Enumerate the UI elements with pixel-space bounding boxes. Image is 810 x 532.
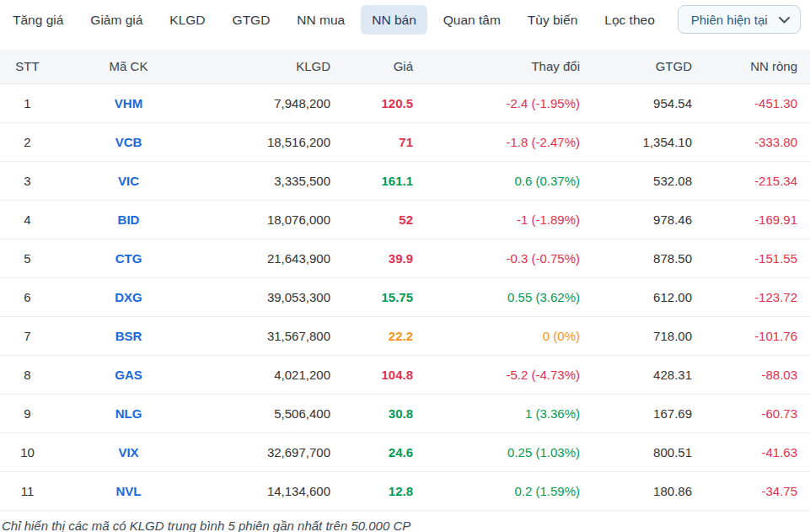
trade-value-cell: 878.50 xyxy=(580,239,692,277)
ticker-symbol-link[interactable]: CTG xyxy=(55,239,202,277)
price-cell: 104.8 xyxy=(330,355,413,394)
row-index-cell: 4 xyxy=(0,200,55,239)
row-index-cell: 10 xyxy=(0,433,55,471)
change-cell: 0.6 (0.37%) xyxy=(413,161,580,200)
table-row: 7 BSR 31,567,800 22.2 0 (0%) 718.00 -101… xyxy=(0,316,810,355)
volume-cell: 5,506,400 xyxy=(202,394,330,433)
row-spacer xyxy=(797,394,810,433)
row-spacer xyxy=(797,83,810,122)
ticker-symbol-link[interactable]: VIC xyxy=(55,161,202,200)
ticker-symbol-link[interactable]: DXG xyxy=(55,277,202,316)
row-index-cell: 7 xyxy=(0,316,55,355)
net-foreign-cell: -41.63 xyxy=(692,433,797,471)
trade-value-cell: 532.08 xyxy=(580,161,692,200)
trade-value-cell: 612.00 xyxy=(580,277,692,316)
tab-tang-gia[interactable]: Tăng giá xyxy=(2,5,74,35)
price-cell: 120.5 xyxy=(330,83,413,122)
tab-giam-gia[interactable]: Giảm giá xyxy=(79,5,153,35)
table-row: 2 VCB 18,516,200 71 -1.8 (-2.47%) 1,354.… xyxy=(0,122,810,161)
table-row: 11 NVL 14,134,600 12.8 0.2 (1.59%) 180.8… xyxy=(0,471,810,510)
trade-value-cell: 718.00 xyxy=(580,316,692,355)
net-foreign-cell: -123.72 xyxy=(692,277,797,316)
price-cell: 39.9 xyxy=(330,239,413,277)
ticker-symbol-link[interactable]: NVL xyxy=(55,471,202,510)
row-spacer xyxy=(797,200,810,239)
table-row: 5 CTG 21,643,900 39.9 -0.3 (-0.75%) 878.… xyxy=(0,239,810,277)
row-spacer xyxy=(797,161,810,200)
table-row: 10 VIX 32,697,700 24.6 0.25 (1.03%) 800.… xyxy=(0,433,810,471)
trade-value-cell: 167.69 xyxy=(580,394,692,433)
tab-quan-tam[interactable]: Quan tâm xyxy=(432,5,512,35)
trade-value-cell: 1,354.10 xyxy=(580,122,692,161)
ticker-symbol-link[interactable]: VIX xyxy=(55,433,202,471)
stock-screener-panel: Tăng giá Giảm giá KLGD GTGD NN mua NN bá… xyxy=(0,0,810,532)
change-cell: 0.2 (1.59%) xyxy=(413,471,580,510)
row-index-cell: 8 xyxy=(0,355,55,394)
session-filter-value: Phiên hiện tại xyxy=(691,13,768,27)
tab-nn-ban[interactable]: NN bán xyxy=(361,5,427,35)
tab-nn-mua[interactable]: NN mua xyxy=(286,5,356,35)
tab-bar: Tăng giá Giảm giá KLGD GTGD NN mua NN bá… xyxy=(0,0,810,50)
volume-cell: 21,643,900 xyxy=(202,239,330,277)
row-spacer xyxy=(797,471,810,510)
table-row: 6 DXG 39,053,300 15.75 0.55 (3.62%) 612.… xyxy=(0,277,810,316)
change-cell: -1.8 (-2.47%) xyxy=(413,122,580,161)
header-gtgd: GTGD xyxy=(580,50,692,83)
change-cell: -2.4 (-1.95%) xyxy=(413,83,580,122)
ticker-symbol-link[interactable]: NLG xyxy=(55,394,202,433)
tab-klgd[interactable]: KLGD xyxy=(158,5,216,35)
row-index-cell: 9 xyxy=(0,394,55,433)
row-spacer xyxy=(797,355,810,394)
trade-value-cell: 428.31 xyxy=(580,355,692,394)
net-foreign-cell: -169.91 xyxy=(692,200,797,239)
net-foreign-cell: -34.75 xyxy=(692,471,797,510)
foreign-net-sell-table: STT Mã CK KLGD Giá Thay đổi GTGD NN ròng… xyxy=(0,50,810,511)
tab-tuy-bien[interactable]: Tùy biến xyxy=(517,5,588,35)
volume-cell: 3,335,500 xyxy=(202,161,330,200)
ticker-symbol-link[interactable]: BSR xyxy=(55,316,202,355)
volume-cell: 31,567,800 xyxy=(202,316,330,355)
header-thay-doi: Thay đổi xyxy=(413,50,580,83)
volume-cell: 18,076,000 xyxy=(202,200,330,239)
header-klgd: KLGD xyxy=(202,50,330,83)
trade-value-cell: 954.54 xyxy=(580,83,692,122)
change-cell: 0.55 (3.62%) xyxy=(413,277,580,316)
row-spacer xyxy=(797,239,810,277)
session-filter-dropdown[interactable]: Phiên hiện tại xyxy=(678,5,801,34)
header-spacer xyxy=(797,50,810,83)
volume-cell: 18,516,200 xyxy=(202,122,330,161)
table-row: 3 VIC 3,335,500 161.1 0.6 (0.37%) 532.08… xyxy=(0,161,810,200)
volume-cell: 7,948,200 xyxy=(202,83,330,122)
table-row: 4 BID 18,076,000 52 -1 (-1.89%) 978.46 -… xyxy=(0,200,810,239)
price-cell: 30.8 xyxy=(330,394,413,433)
row-index-cell: 11 xyxy=(0,471,55,510)
net-foreign-cell: -333.80 xyxy=(692,122,797,161)
change-cell: 0.25 (1.03%) xyxy=(413,433,580,471)
change-cell: -1 (-1.89%) xyxy=(413,200,580,239)
trade-value-cell: 180.86 xyxy=(580,471,692,510)
header-gia: Giá xyxy=(330,50,413,83)
volume-cell: 14,134,600 xyxy=(202,471,330,510)
filter-note: Chỉ hiển thị các mã có KLGD trung bình 5… xyxy=(0,511,810,532)
tab-gtgd[interactable]: GTGD xyxy=(222,5,282,35)
header-ma-ck: Mã CK xyxy=(55,50,202,83)
net-foreign-cell: -215.34 xyxy=(692,161,797,200)
ticker-symbol-link[interactable]: VHM xyxy=(55,83,202,122)
change-cell: -5.2 (-4.73%) xyxy=(413,355,580,394)
ticker-symbol-link[interactable]: BID xyxy=(55,200,202,239)
table-row: 1 VHM 7,948,200 120.5 -2.4 (-1.95%) 954.… xyxy=(0,83,810,122)
tab-loc-theo[interactable]: Lọc theo xyxy=(593,5,665,35)
volume-cell: 39,053,300 xyxy=(202,277,330,316)
trade-value-cell: 978.46 xyxy=(580,200,692,239)
row-index-cell: 5 xyxy=(0,239,55,277)
change-cell: -0.3 (-0.75%) xyxy=(413,239,580,277)
row-spacer xyxy=(797,122,810,161)
chevron-down-icon xyxy=(779,17,790,24)
ticker-symbol-link[interactable]: VCB xyxy=(55,122,202,161)
change-cell: 0 (0%) xyxy=(413,316,580,355)
ticker-symbol-link[interactable]: GAS xyxy=(55,355,202,394)
net-foreign-cell: -151.55 xyxy=(692,239,797,277)
row-spacer xyxy=(797,316,810,355)
row-index-cell: 2 xyxy=(0,122,55,161)
volume-cell: 32,697,700 xyxy=(202,433,330,471)
